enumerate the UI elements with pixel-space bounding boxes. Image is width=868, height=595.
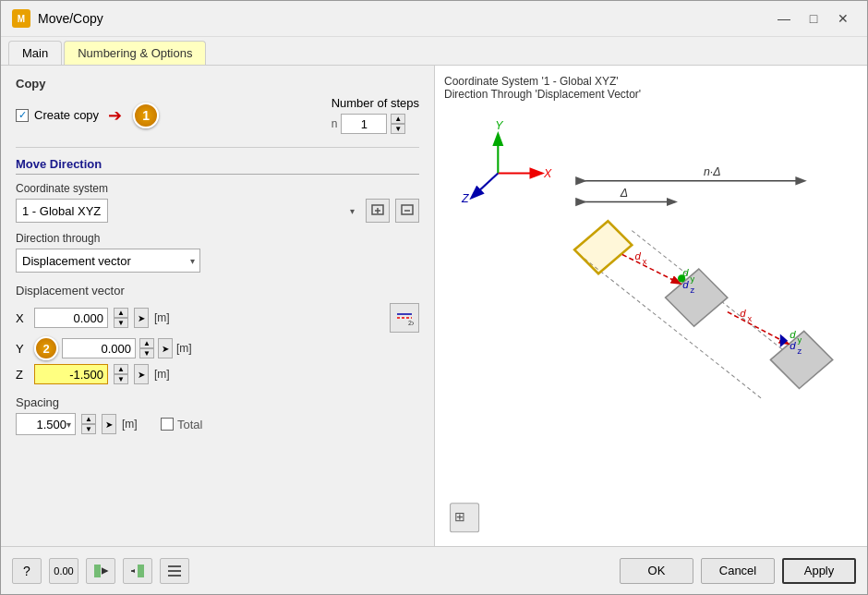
steps-section: Number of steps n ▲ ▼	[332, 96, 419, 134]
svg-rect-43	[138, 565, 144, 577]
x-unit: [m]	[154, 311, 180, 324]
svg-line-10	[472, 173, 498, 197]
svg-text:d: d	[740, 308, 746, 319]
z-arrow-btn[interactable]: ➤	[134, 364, 149, 384]
total-checkbox[interactable]	[161, 418, 174, 431]
ok-button[interactable]: OK	[620, 558, 693, 584]
spacing-chevron[interactable]: ▾	[66, 419, 71, 430]
steps-container: Number of steps n ▲ ▼	[332, 96, 419, 134]
cancel-button[interactable]: Cancel	[701, 558, 775, 584]
create-copy-label: Create copy	[34, 108, 99, 122]
svg-line-14	[579, 255, 761, 398]
help-button[interactable]: ?	[12, 558, 42, 584]
x-input[interactable]	[34, 308, 108, 328]
svg-rect-47	[168, 570, 181, 572]
badge-2: 2	[34, 336, 58, 360]
coord-icon-btn-1[interactable]	[366, 199, 390, 223]
z-down-btn[interactable]: ▼	[114, 374, 128, 384]
title-bar-left: M Move/Copy	[12, 9, 103, 28]
x-down-btn[interactable]: ▼	[114, 318, 128, 328]
direction-through-label: Direction through	[16, 232, 419, 245]
spacing-label: Spacing	[16, 395, 419, 409]
y-arrow-btn[interactable]: ➤	[158, 338, 173, 358]
svg-marker-21	[666, 269, 728, 326]
minimize-button[interactable]: —	[771, 8, 797, 29]
x-up-btn[interactable]: ▲	[114, 308, 128, 318]
main-content: Copy Create copy ➔ 1 Number of steps	[1, 66, 867, 546]
spacing-up-btn[interactable]: ▲	[81, 414, 96, 424]
steps-down-btn[interactable]: ▼	[391, 124, 405, 134]
copy-left: Create copy ➔ 1	[16, 103, 159, 128]
svg-text:y: y	[797, 335, 802, 345]
spacing-arrow-btn[interactable]: ➤	[102, 414, 116, 434]
create-copy-checkbox[interactable]	[16, 109, 29, 122]
bottom-buttons: OK Cancel Apply	[620, 558, 856, 584]
coord-line2: Direction Through 'Displacement Vector'	[444, 88, 858, 101]
spacing-row: ▾ ▲ ▼ ➤ [m] Total	[16, 413, 419, 435]
maximize-button[interactable]: □	[801, 8, 826, 29]
svg-text:2x: 2x	[408, 320, 414, 326]
svg-rect-48	[168, 575, 181, 577]
svg-text:z: z	[797, 346, 802, 356]
move-direction-header: Move Direction	[16, 157, 419, 175]
import-button[interactable]	[123, 558, 152, 584]
direction-through-select-wrapper: Displacement vector	[16, 249, 200, 273]
svg-rect-3	[402, 205, 413, 214]
y-up-btn[interactable]: ▲	[139, 338, 154, 348]
close-button[interactable]: ✕	[830, 8, 856, 29]
svg-text:n·Δ: n·Δ	[704, 165, 721, 178]
coord-system-select[interactable]: 1 - Global XYZ	[16, 199, 108, 223]
spacing-spinners: ▲ ▼	[81, 414, 96, 434]
tab-main[interactable]: Main	[8, 41, 62, 65]
spacing-section: Spacing ▾ ▲ ▼ ➤ [m] Total	[16, 395, 419, 435]
svg-point-30	[678, 274, 685, 282]
y-input[interactable]	[62, 338, 136, 358]
spacing-input-wrapper: ▾	[16, 413, 76, 435]
divider-1	[16, 147, 419, 148]
direction-through-group: Direction through Displacement vector	[16, 232, 419, 273]
spacing-input[interactable]	[20, 418, 66, 431]
export-button[interactable]	[86, 558, 115, 584]
vector-row-z: Z ▲ ▼ ➤ [m]	[16, 364, 419, 384]
direction-through-select[interactable]: Displacement vector	[16, 249, 200, 273]
steps-up-btn[interactable]: ▲	[391, 114, 405, 124]
vector-row-y: Y 2 ▲ ▼ ➤ [m]	[16, 336, 419, 360]
left-panel: Copy Create copy ➔ 1 Number of steps	[1, 66, 435, 546]
coord-system-select-wrapper: 1 - Global XYZ	[16, 199, 360, 223]
svg-rect-46	[168, 565, 181, 567]
x-spinners: ▲ ▼	[114, 308, 128, 328]
y-axis-label: Y	[16, 342, 29, 356]
svg-marker-45	[131, 569, 135, 573]
steps-input[interactable]	[341, 114, 387, 134]
z-input[interactable]	[34, 364, 108, 384]
z-up-btn[interactable]: ▲	[114, 364, 128, 374]
steps-label: Number of steps	[332, 96, 419, 110]
create-copy-wrapper[interactable]: Create copy	[16, 108, 99, 122]
svg-text:X: X	[543, 167, 552, 180]
svg-text:d: d	[790, 340, 796, 351]
bottom-bar: ? 0.00 OK Cancel Apply	[1, 546, 867, 594]
apply-button[interactable]: Apply	[782, 558, 856, 584]
z-unit: [m]	[154, 368, 180, 381]
displacement-label: Displacement vector	[16, 284, 419, 298]
coord-system-label: Coordinate system	[16, 182, 419, 195]
coord-icon-btn-2[interactable]	[395, 199, 419, 223]
total-label: Total	[177, 418, 202, 431]
coord-line1: Coordinate System '1 - Global XYZ'	[444, 75, 858, 88]
x-arrow-btn[interactable]: ➤	[134, 308, 149, 328]
svg-rect-41	[94, 565, 101, 577]
svg-text:Z: Z	[461, 192, 469, 205]
y-down-btn[interactable]: ▼	[139, 348, 154, 358]
copy-section-title: Copy	[16, 77, 419, 91]
spacing-down-btn[interactable]: ▼	[81, 424, 96, 434]
tab-numbering[interactable]: Numbering & Options	[64, 41, 206, 65]
z-spinners: ▲ ▼	[114, 364, 128, 384]
zero-button[interactable]: 0.00	[49, 558, 78, 584]
title-controls: — □ ✕	[771, 8, 856, 29]
svg-marker-20	[574, 221, 632, 273]
vector-pick-btn[interactable]: 2x	[390, 303, 419, 333]
svg-text:x: x	[748, 314, 753, 323]
red-arrow-icon: ➔	[108, 105, 122, 126]
list-button[interactable]	[160, 558, 189, 584]
n-label: n	[332, 117, 338, 130]
